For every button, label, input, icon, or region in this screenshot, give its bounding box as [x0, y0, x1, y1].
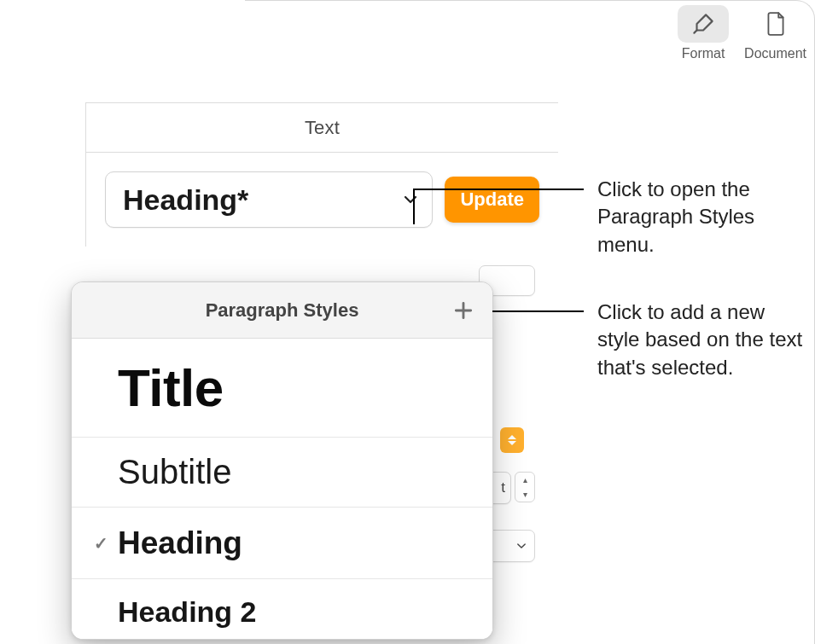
- inspector-toolbar: Format Document: [678, 5, 806, 61]
- add-style-button[interactable]: [450, 297, 477, 324]
- chevron-down-icon: [515, 540, 527, 552]
- style-item-subtitle[interactable]: Subtitle: [72, 438, 492, 508]
- style-item-heading-2[interactable]: Heading 2: [72, 579, 492, 640]
- paragraph-style-dropdown[interactable]: Heading*: [105, 171, 433, 228]
- format-tab[interactable]: Format: [678, 5, 729, 61]
- callout-open-menu: Click to open the Paragraph Styles menu.: [597, 176, 802, 258]
- popover-title-label: Paragraph Styles: [206, 299, 359, 322]
- section-header-text: Text: [86, 103, 558, 153]
- style-label: Title: [118, 357, 224, 418]
- callout-leader: [413, 189, 584, 190]
- style-label: Heading: [118, 525, 242, 561]
- callout-leader: [483, 310, 584, 312]
- callout-leader: [413, 189, 415, 224]
- style-label: Subtitle: [118, 453, 231, 491]
- brush-icon: [678, 5, 729, 43]
- updown-icon: [500, 427, 524, 453]
- text-inspector: Text Heading* Update t ▴▾: [85, 102, 558, 247]
- style-list: Title Subtitle ✓ Heading Heading 2: [72, 339, 492, 640]
- paragraph-styles-popover: Paragraph Styles Title Subtitle ✓ Headin…: [71, 281, 493, 640]
- style-label: Heading 2: [118, 595, 256, 629]
- popover-title: Paragraph Styles: [72, 282, 492, 339]
- size-stepper[interactable]: ▴▾: [515, 472, 535, 502]
- document-icon: [750, 5, 801, 43]
- callout-add-style: Click to add a new style based on the te…: [597, 299, 811, 381]
- style-item-title[interactable]: Title: [72, 339, 492, 438]
- chevron-down-icon: [401, 190, 420, 209]
- stepper-icon: ▴▾: [515, 472, 535, 502]
- update-style-button[interactable]: Update: [445, 177, 539, 223]
- document-tab-label: Document: [744, 46, 806, 61]
- paragraph-style-row: Heading* Update: [86, 153, 558, 247]
- popup-indicator[interactable]: [500, 427, 524, 453]
- style-item-heading[interactable]: ✓ Heading: [72, 508, 492, 579]
- current-style-label: Heading*: [123, 183, 248, 217]
- document-tab[interactable]: Document: [744, 5, 806, 61]
- check-icon: ✓: [94, 533, 118, 554]
- format-tab-label: Format: [682, 46, 725, 61]
- size-suffix: t: [501, 479, 505, 496]
